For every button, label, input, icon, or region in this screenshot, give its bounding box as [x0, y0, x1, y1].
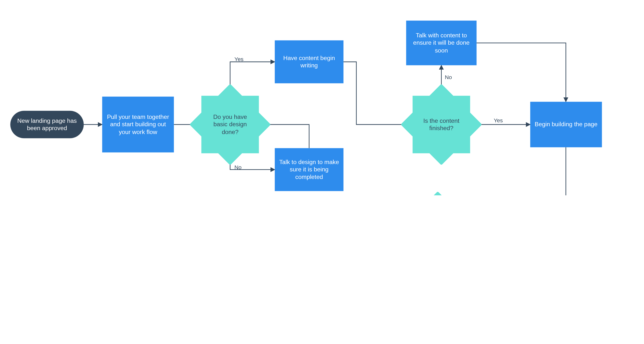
decision-content-finished: Is the content finished?	[412, 96, 470, 153]
process-talk-design: Talk to design to make sure it is being …	[275, 148, 344, 191]
edge-label-yes: Yes	[234, 56, 244, 62]
terminal-start: New landing page has been approved	[10, 111, 84, 138]
flowchart-canvas: New landing page has been approved Pull …	[0, 0, 644, 195]
node-text: Pull your team together and start buildi…	[106, 113, 171, 136]
edge-label-no: No	[445, 74, 452, 80]
node-text: Have content begin writing	[278, 54, 340, 69]
node-text: New landing page has been approved	[14, 117, 80, 132]
node-text: Talk to design to make sure it is being …	[278, 158, 340, 181]
edge-label-no: No	[234, 164, 242, 170]
node-text: Talk with content to ensure it will be d…	[410, 32, 473, 54]
edge-label-yes: Yes	[494, 117, 503, 124]
decision-design-done: Do you have basic design done?	[202, 96, 259, 153]
process-team-pull: Pull your team together and start buildi…	[102, 97, 174, 152]
process-talk-content: Talk with content to ensure it will be d…	[406, 20, 476, 65]
node-text: Do you have basic design done?	[206, 113, 254, 136]
node-text: Begin building the page	[535, 121, 597, 128]
process-have-content: Have content begin writing	[275, 40, 344, 83]
node-text: Is the content finished?	[418, 117, 465, 132]
process-begin-build: Begin building the page	[530, 102, 602, 147]
